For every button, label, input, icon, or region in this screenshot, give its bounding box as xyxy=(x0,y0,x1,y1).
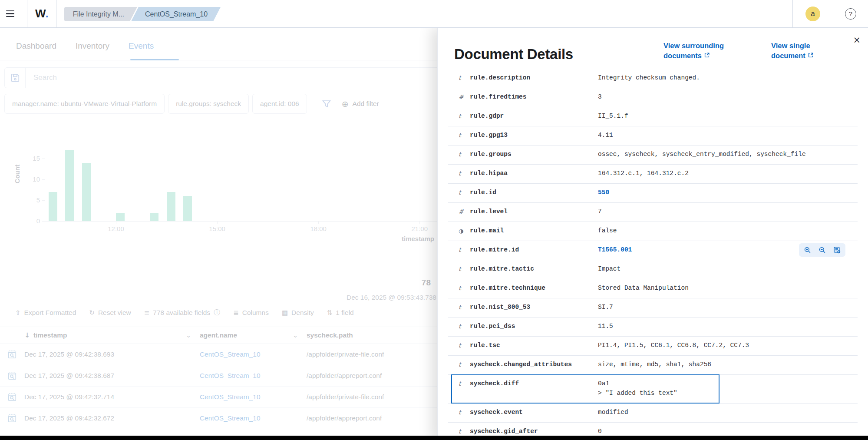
view-surrounding-documents-link[interactable]: View surrounding documents xyxy=(663,41,744,61)
breadcrumb: File Integrity M...CentOS_Stream_10 xyxy=(64,7,221,21)
menu-hamburger-icon[interactable] xyxy=(6,0,21,27)
document-details-flyout: Document Details View surrounding docume… xyxy=(437,28,868,440)
filter-for-value-button[interactable] xyxy=(804,246,811,254)
field-row: t rule.nist_800_53 SI.7 xyxy=(448,298,858,318)
field-value: 0a1 > "I added this text" xyxy=(598,379,677,398)
filter-out-value-button[interactable] xyxy=(818,246,826,254)
document-fields-table: t rule.description Integrity checksum ch… xyxy=(448,69,858,440)
field-value: modified xyxy=(598,407,628,417)
field-type-icon: # xyxy=(459,208,465,215)
field-value-link[interactable]: T1565.001 xyxy=(598,245,632,255)
top-navigation-bar: W. File Integrity M...CentOS_Stream_10 a… xyxy=(0,0,868,28)
field-name: rule.hipaa xyxy=(470,170,598,177)
breadcrumb-label: File Integrity M... xyxy=(73,10,124,18)
field-value: 3 xyxy=(598,92,602,102)
highlighted-field-outline xyxy=(451,374,719,404)
field-value: false xyxy=(598,226,617,235)
field-type-icon: t xyxy=(459,112,465,120)
toggle-column-button[interactable] xyxy=(833,246,841,254)
field-value: Stored Data Manipulation xyxy=(598,283,689,293)
field-name: syscheck.gid_after xyxy=(470,428,598,435)
field-name: rule.groups xyxy=(470,151,598,158)
field-value: Integrity checksum changed. xyxy=(598,73,700,83)
field-value: Impact xyxy=(598,264,620,274)
field-name: rule.nist_800_53 xyxy=(470,304,598,311)
breadcrumb-tab[interactable]: CentOS_Stream_10 xyxy=(131,7,221,21)
field-name: syscheck.changed_attributes xyxy=(470,361,598,368)
field-type-icon: t xyxy=(459,132,465,139)
field-row: t rule.description Integrity checksum ch… xyxy=(448,69,858,88)
screen-bottom-bar xyxy=(0,436,868,440)
view-single-document-link[interactable]: View single document xyxy=(771,41,825,61)
field-type-icon: t xyxy=(459,265,465,273)
field-name: syscheck.event xyxy=(470,409,598,416)
field-name: rule.gdpr xyxy=(470,112,598,120)
field-type-icon: t xyxy=(459,361,465,368)
field-type-icon: t xyxy=(459,151,465,158)
external-link-icon xyxy=(704,51,710,61)
topbar-divider xyxy=(833,0,833,27)
field-name: rule.id xyxy=(470,189,598,196)
field-row: t syscheck.diff 0a1 > "I added this text… xyxy=(448,375,858,404)
field-row: t rule.gdpr II_5.1.f xyxy=(448,107,858,126)
breadcrumb-tab[interactable]: File Integrity M... xyxy=(64,7,137,21)
field-row: t rule.mitre.tactic Impact xyxy=(448,260,858,279)
field-name: rule.tsc xyxy=(470,342,598,349)
topbar-divider xyxy=(27,0,27,27)
field-name: rule.level xyxy=(470,208,598,215)
field-value: 164.312.c.1, 164.312.c.2 xyxy=(598,169,689,178)
external-link-icon xyxy=(808,51,814,61)
flyout-title: Document Details xyxy=(454,46,573,63)
field-type-icon: t xyxy=(459,380,465,387)
field-type-icon: t xyxy=(459,304,465,311)
field-type-icon: ◑ xyxy=(459,227,465,235)
field-name: rule.firedtimes xyxy=(470,93,598,101)
field-row: t rule.mitre.id T1565.001 xyxy=(448,241,858,260)
field-type-icon: # xyxy=(459,93,465,101)
field-name: rule.mail xyxy=(470,227,598,235)
avatar[interactable]: a xyxy=(805,7,820,21)
help-icon[interactable]: ? xyxy=(845,8,856,20)
field-value: ossec, syscheck, syscheck_entry_modified… xyxy=(598,149,806,159)
close-icon[interactable]: × xyxy=(853,36,861,45)
field-row: t rule.id 550 xyxy=(448,184,858,203)
field-row: t syscheck.event modified xyxy=(448,404,858,423)
field-type-icon: t xyxy=(459,323,465,330)
field-row: ◑ rule.mail false xyxy=(448,222,858,241)
field-row: t syscheck.changed_attributes size, mtim… xyxy=(448,356,858,375)
field-row: t rule.gpg13 4.11 xyxy=(448,126,858,146)
field-type-icon: t xyxy=(459,428,465,435)
field-type-icon: t xyxy=(459,170,465,177)
field-name: rule.description xyxy=(470,74,598,82)
field-row: # rule.firedtimes 3 xyxy=(448,88,858,107)
field-value-link[interactable]: 550 xyxy=(598,188,609,197)
topbar-divider xyxy=(56,0,56,27)
field-name: rule.mitre.technique xyxy=(470,285,598,292)
field-value: 4.11 xyxy=(598,130,613,140)
field-name: syscheck.diff xyxy=(470,380,598,387)
field-row: t rule.pci_dss 11.5 xyxy=(448,318,858,337)
topbar-divider xyxy=(792,0,793,27)
field-type-icon: t xyxy=(459,189,465,196)
field-row: t rule.hipaa 164.312.c.1, 164.312.c.2 xyxy=(448,165,858,184)
field-row: t rule.tsc PI1.4, PI1.5, CC6.1, CC6.8, C… xyxy=(448,337,858,356)
field-name: rule.mitre.tactic xyxy=(470,265,598,273)
field-value: size, mtime, md5, sha1, sha256 xyxy=(598,360,711,369)
field-type-icon: t xyxy=(459,409,465,416)
field-row: t rule.mitre.technique Stored Data Manip… xyxy=(448,279,858,298)
field-value: 7 xyxy=(598,207,602,216)
field-row: # rule.level 7 xyxy=(448,203,858,222)
field-type-icon: t xyxy=(459,285,465,292)
field-type-icon: t xyxy=(459,74,465,82)
field-value-actions xyxy=(799,243,845,257)
field-type-icon: t xyxy=(459,342,465,349)
field-value: II_5.1.f xyxy=(598,111,628,121)
field-name: rule.pci_dss xyxy=(470,323,598,330)
field-value: PI1.4, PI1.5, CC6.1, CC6.8, CC7.2, CC7.3 xyxy=(598,341,749,350)
field-row: t rule.groups ossec, syscheck, syscheck_… xyxy=(448,146,858,165)
field-value: SI.7 xyxy=(598,302,613,312)
field-type-icon: t xyxy=(459,246,465,254)
breadcrumb-label: CentOS_Stream_10 xyxy=(145,10,208,18)
app-logo[interactable]: W. xyxy=(35,7,48,20)
field-value: 11.5 xyxy=(598,321,613,331)
